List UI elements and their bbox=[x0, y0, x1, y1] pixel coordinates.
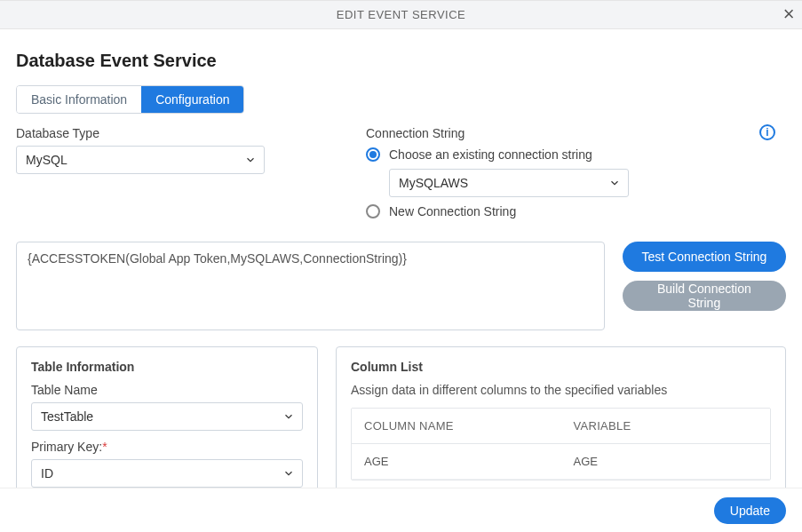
primary-key-value: ID bbox=[41, 466, 53, 480]
close-icon[interactable]: × bbox=[783, 4, 795, 24]
table-name-label: Table Name bbox=[31, 383, 303, 397]
modal-body: Database Event Service Basic Information… bbox=[0, 29, 802, 532]
existing-connection-select[interactable]: MySQLAWS bbox=[389, 169, 629, 197]
database-type-block: Database Type MySQL bbox=[16, 126, 345, 174]
info-icon[interactable]: i bbox=[759, 124, 775, 140]
modal-footer: Update bbox=[0, 488, 802, 532]
primary-key-field: Primary Key:* ID bbox=[31, 440, 303, 488]
td-variable: AGE bbox=[561, 444, 771, 479]
column-list-subtitle: Assign data in different columns to the … bbox=[351, 383, 771, 397]
table-name-field: Table Name TestTable bbox=[31, 383, 303, 431]
primary-key-label: Primary Key:* bbox=[31, 440, 303, 454]
database-type-label: Database Type bbox=[16, 126, 345, 140]
connection-string-label: Connection String bbox=[366, 126, 786, 140]
edit-event-service-modal: EDIT EVENT SERVICE × Database Event Serv… bbox=[0, 0, 802, 532]
existing-connection-value: MySQLAWS bbox=[399, 176, 468, 190]
column-list-panel: Column List Assign data in different col… bbox=[336, 346, 786, 506]
column-list-title: Column List bbox=[351, 360, 771, 374]
test-connection-button[interactable]: Test Connection String bbox=[623, 242, 786, 272]
th-variable: VARIABLE bbox=[561, 409, 771, 443]
chevron-down-icon bbox=[244, 154, 257, 166]
panels-row: Table Information Table Name TestTable P… bbox=[16, 346, 786, 506]
radio-existing-label: Choose an existing connection string bbox=[389, 147, 592, 162]
modal-title: EDIT EVENT SERVICE bbox=[337, 8, 466, 21]
connection-edit-row: {ACCESSTOKEN(Global App Token,MySQLAWS,C… bbox=[16, 242, 786, 330]
primary-key-select[interactable]: ID bbox=[31, 459, 303, 488]
connection-string-block: i Connection String Choose an existing c… bbox=[366, 126, 786, 226]
chevron-down-icon bbox=[608, 177, 621, 189]
chevron-down-icon bbox=[282, 467, 295, 480]
chevron-down-icon bbox=[282, 410, 295, 423]
table-row[interactable]: AGE AGE bbox=[352, 444, 770, 480]
radio-existing-row: Choose an existing connection string bbox=[366, 147, 786, 162]
build-connection-button[interactable]: Build Connection String bbox=[623, 281, 786, 311]
page-title: Database Event Service bbox=[16, 51, 786, 71]
radio-new-label: New Connection String bbox=[389, 204, 516, 218]
required-asterisk: * bbox=[102, 440, 107, 454]
table-information-title: Table Information bbox=[31, 360, 303, 374]
radio-new[interactable] bbox=[366, 204, 380, 218]
table-name-select[interactable]: TestTable bbox=[31, 402, 303, 431]
th-column-name: COLUMN NAME bbox=[352, 409, 561, 443]
modal-header: EDIT EVENT SERVICE × bbox=[0, 1, 802, 29]
connection-string-textarea[interactable]: {ACCESSTOKEN(Global App Token,MySQLAWS,C… bbox=[16, 242, 605, 330]
tab-configuration[interactable]: Configuration bbox=[141, 86, 243, 113]
column-list-table: COLUMN NAME VARIABLE AGE AGE bbox=[351, 408, 771, 480]
connection-buttons: Test Connection String Build Connection … bbox=[623, 242, 786, 311]
radio-existing[interactable] bbox=[366, 147, 380, 162]
database-type-select[interactable]: MySQL bbox=[16, 146, 265, 174]
td-column-name: AGE bbox=[352, 444, 561, 479]
radio-new-row: New Connection String bbox=[366, 204, 786, 218]
table-information-panel: Table Information Table Name TestTable P… bbox=[16, 346, 318, 506]
table-name-value: TestTable bbox=[41, 409, 93, 424]
config-top-row: Database Type MySQL i Connection String … bbox=[16, 126, 786, 226]
table-header: COLUMN NAME VARIABLE bbox=[352, 409, 770, 444]
tab-basic-information[interactable]: Basic Information bbox=[17, 86, 141, 113]
database-type-value: MySQL bbox=[26, 153, 67, 167]
connection-string-text: {ACCESSTOKEN(Global App Token,MySQLAWS,C… bbox=[28, 251, 407, 266]
update-button[interactable]: Update bbox=[714, 497, 786, 524]
tabs: Basic Information Configuration bbox=[16, 85, 244, 114]
